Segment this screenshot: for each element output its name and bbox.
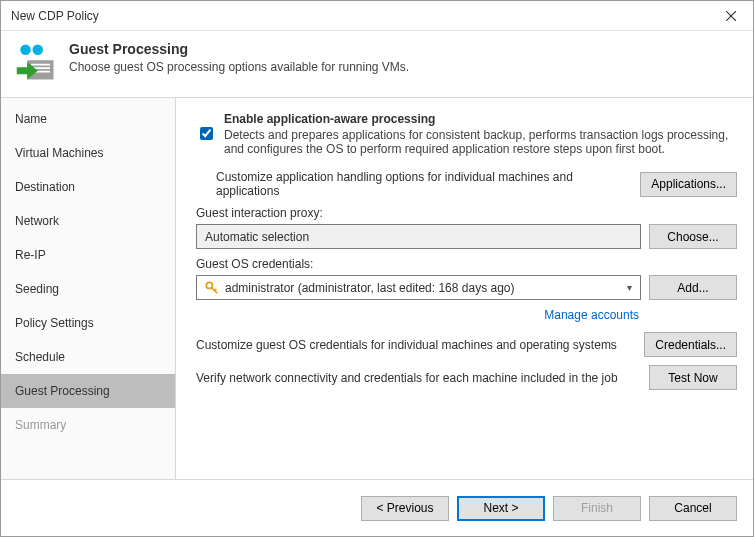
enable-check-row: Enable application-aware processing Dete… bbox=[196, 112, 737, 156]
body: Name Virtual Machines Destination Networ… bbox=[1, 97, 753, 480]
enable-app-aware-desc: Detects and prepares applications for co… bbox=[224, 128, 737, 156]
customize-creds-text: Customize guest OS credentials for indiv… bbox=[196, 338, 636, 352]
nav-policy-settings[interactable]: Policy Settings bbox=[1, 306, 175, 340]
wizard-nav: Name Virtual Machines Destination Networ… bbox=[1, 98, 176, 479]
proxy-label: Guest interaction proxy: bbox=[196, 206, 737, 220]
test-now-button[interactable]: Test Now bbox=[649, 365, 737, 390]
svg-point-2 bbox=[20, 45, 31, 56]
creds-value: administrator (administrator, last edite… bbox=[225, 281, 514, 295]
window-title: New CDP Policy bbox=[11, 9, 99, 23]
proxy-field: Automatic selection bbox=[196, 224, 641, 249]
svg-rect-6 bbox=[31, 64, 50, 66]
dialog-window: New CDP Policy Guest Processing Choose g… bbox=[0, 0, 754, 537]
close-icon bbox=[726, 11, 736, 21]
chevron-down-icon: ▾ bbox=[627, 282, 632, 293]
svg-point-3 bbox=[33, 45, 44, 56]
header-text: Guest Processing Choose guest OS process… bbox=[69, 41, 409, 83]
nav-name[interactable]: Name bbox=[1, 102, 175, 136]
titlebar: New CDP Policy bbox=[1, 1, 753, 31]
nav-network[interactable]: Network bbox=[1, 204, 175, 238]
enable-app-aware-checkbox[interactable] bbox=[200, 114, 213, 153]
add-button[interactable]: Add... bbox=[649, 275, 737, 300]
manage-accounts-link[interactable]: Manage accounts bbox=[196, 308, 639, 322]
guest-processing-icon bbox=[15, 41, 57, 83]
nav-re-ip[interactable]: Re-IP bbox=[1, 238, 175, 272]
header: Guest Processing Choose guest OS process… bbox=[1, 31, 753, 97]
key-icon bbox=[205, 281, 219, 295]
credentials-button[interactable]: Credentials... bbox=[644, 332, 737, 357]
finish-button: Finish bbox=[553, 496, 641, 521]
proxy-value: Automatic selection bbox=[205, 230, 309, 244]
page-subtitle: Choose guest OS processing options avail… bbox=[69, 60, 409, 74]
customize-app-text: Customize application handling options f… bbox=[216, 170, 632, 198]
enable-app-aware-label: Enable application-aware processing bbox=[224, 112, 737, 126]
next-button[interactable]: Next > bbox=[457, 496, 545, 521]
verify-text: Verify network connectivity and credenti… bbox=[196, 371, 641, 385]
nav-summary: Summary bbox=[1, 408, 175, 442]
nav-guest-processing[interactable]: Guest Processing bbox=[1, 374, 175, 408]
svg-line-12 bbox=[215, 288, 217, 290]
nav-seeding[interactable]: Seeding bbox=[1, 272, 175, 306]
content-pane: Enable application-aware processing Dete… bbox=[176, 98, 753, 479]
previous-button[interactable]: < Previous bbox=[361, 496, 449, 521]
page-title: Guest Processing bbox=[69, 41, 409, 57]
footer: < Previous Next > Finish Cancel bbox=[1, 480, 753, 536]
nav-virtual-machines[interactable]: Virtual Machines bbox=[1, 136, 175, 170]
cancel-button[interactable]: Cancel bbox=[649, 496, 737, 521]
close-button[interactable] bbox=[709, 1, 753, 30]
applications-button[interactable]: Applications... bbox=[640, 172, 737, 197]
nav-destination[interactable]: Destination bbox=[1, 170, 175, 204]
creds-label: Guest OS credentials: bbox=[196, 257, 737, 271]
creds-combo[interactable]: administrator (administrator, last edite… bbox=[196, 275, 641, 300]
nav-schedule[interactable]: Schedule bbox=[1, 340, 175, 374]
choose-button[interactable]: Choose... bbox=[649, 224, 737, 249]
